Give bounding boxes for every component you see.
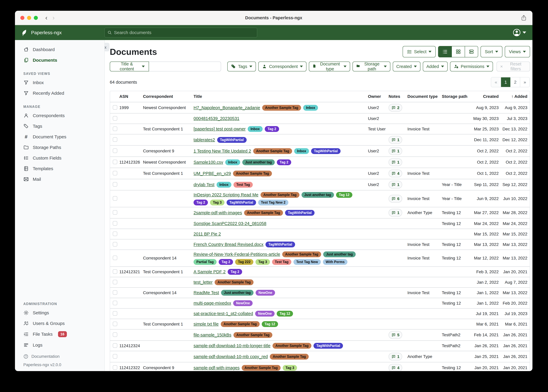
pagination-next-button[interactable]: »	[520, 77, 529, 87]
tag-pill[interactable]: Tag 12	[262, 321, 278, 327]
documentation-link[interactable]: Documentation	[23, 352, 100, 361]
tag-pill[interactable]: Just another tag	[323, 252, 356, 257]
tag-pill[interactable]: Another Sample Tag	[270, 354, 309, 360]
filter-button-permissions[interactable]: Permissions	[450, 62, 493, 71]
row-checkbox[interactable]	[113, 311, 117, 316]
tag-pill[interactable]: Inbox	[303, 105, 318, 111]
document-title-link[interactable]: Sonstige ScanPC2022 03-24_081058	[194, 221, 266, 226]
tag-pill[interactable]: Test Tag New 2	[258, 200, 288, 205]
tag-pill[interactable]: Test Tag	[233, 182, 253, 188]
row-checkbox[interactable]	[113, 322, 117, 326]
tag-pill[interactable]: Just another tag	[242, 159, 275, 165]
row-checkbox[interactable]	[113, 105, 117, 110]
tag-pill[interactable]: Test Tag New	[293, 259, 321, 265]
row-checkbox[interactable]	[113, 269, 117, 274]
browser-forward-icon[interactable]: ›	[52, 14, 55, 21]
notes-badge[interactable]: 1	[389, 158, 402, 166]
notes-badge[interactable]: 1	[389, 136, 402, 144]
row-checkbox[interactable]	[113, 137, 117, 142]
tag-pill[interactable]: NewOne	[255, 311, 274, 316]
grid-view-button[interactable]	[452, 46, 465, 57]
tag-pill[interactable]: Tag 3	[255, 259, 270, 265]
document-title-link[interactable]: multi-page-mixedxx	[194, 301, 231, 306]
sidebar-item-settings[interactable]: Settings	[15, 308, 104, 318]
tag-pill[interactable]: Inbox	[216, 182, 231, 188]
row-checkbox[interactable]	[113, 280, 117, 284]
document-title-link[interactable]: Review-of-New-York-Federal-Petitions-art…	[194, 252, 280, 257]
row-checkbox[interactable]	[113, 231, 117, 236]
notes-badge[interactable]: 1	[389, 147, 402, 155]
pagination-page-1[interactable]: 1	[501, 77, 510, 87]
views-button[interactable]: Views	[505, 46, 530, 57]
tag-pill[interactable]: Inbox	[294, 148, 309, 154]
column-header-asn[interactable]: ASN	[119, 94, 143, 99]
tag-pill[interactable]: With Perms	[323, 259, 347, 265]
sidebar-item-tags[interactable]: Tags	[15, 121, 104, 132]
document-title-link[interactable]: sat-practice-test-1_pt2-collated	[194, 311, 253, 316]
document-title-link[interactable]: tablerates2	[194, 137, 215, 142]
notes-badge[interactable]: 4	[389, 169, 402, 177]
tag-pill[interactable]: Just another tag	[221, 290, 253, 296]
filter-button-correspondent[interactable]: Correspondent	[258, 62, 306, 71]
row-checkbox[interactable]	[113, 242, 117, 246]
browser-back-icon[interactable]: ‹	[45, 14, 47, 21]
tag-pill[interactable]: Tag 3	[210, 200, 224, 205]
sidebar-item-inbox[interactable]: Inbox	[15, 77, 104, 88]
document-title-link[interactable]: sample-pdf-download-10-mb copy_red	[194, 354, 268, 359]
column-header-notes[interactable]: Notes	[389, 94, 407, 99]
tag-pill[interactable]: Another Sample Tag	[221, 321, 260, 327]
notes-badge[interactable]: 1	[389, 353, 402, 360]
notes-badge[interactable]: 5	[389, 331, 402, 339]
row-checkbox[interactable]	[113, 290, 117, 295]
tag-pill[interactable]: Just another tag	[302, 192, 334, 198]
column-header-title[interactable]: Title	[194, 94, 368, 99]
sidebar-item-logs[interactable]: Logs	[15, 340, 104, 350]
tag-pill[interactable]: Inbox	[225, 159, 240, 165]
tag-pill[interactable]: NewOne	[233, 300, 252, 306]
tag-pill[interactable]: Tag 3	[283, 365, 297, 371]
notes-badge[interactable]: 1	[389, 209, 402, 217]
tag-pill[interactable]: Test Tag	[272, 259, 291, 265]
row-checkbox[interactable]	[113, 182, 117, 187]
document-title-link[interactable]: A Sample PDF 2	[194, 269, 225, 274]
row-checkbox[interactable]	[113, 332, 117, 337]
document-title-link[interactable]: sample-pdf-with-images	[194, 365, 240, 370]
tag-pill[interactable]: Inbox	[248, 126, 262, 132]
filter-button-added[interactable]: Added	[423, 62, 448, 71]
sidebar-item-recently-added[interactable]: Recently Added	[15, 88, 104, 98]
row-checkbox[interactable]	[113, 148, 117, 153]
document-title-link[interactable]: 2sample-pdf-with-images	[194, 210, 242, 215]
column-header-created[interactable]: Created	[470, 94, 500, 99]
tag-pill[interactable]: Another Sample Tag	[253, 148, 292, 154]
column-header-correspondent[interactable]: Correspondent	[143, 94, 194, 99]
cards-view-button[interactable]	[465, 46, 478, 57]
close-window-button[interactable]	[20, 16, 24, 20]
sort-button[interactable]: Sort	[481, 46, 502, 57]
row-checkbox[interactable]	[113, 256, 117, 260]
list-view-button[interactable]	[438, 46, 452, 57]
tag-pill[interactable]: Tag 2	[228, 269, 242, 275]
tag-pill[interactable]: TagWithPartial	[313, 343, 343, 349]
tag-pill[interactable]: Another Sample Tag	[262, 105, 301, 111]
row-checkbox[interactable]	[113, 354, 117, 358]
tag-pill[interactable]: TagWithPartial	[266, 242, 295, 247]
sidebar-item-file-tasks[interactable]: File Tasks16	[15, 329, 104, 340]
column-header-owner[interactable]: Owner	[368, 94, 389, 99]
tag-pill[interactable]: TagWithPartial	[311, 148, 340, 154]
reset-filters-button[interactable]: × Reset filters	[497, 62, 530, 71]
sidebar-item-users-groups[interactable]: Users & Groups	[15, 318, 104, 329]
tag-pill[interactable]: Another Sample Tag	[244, 210, 283, 216]
sidebar-collapse-button[interactable]: «	[105, 43, 109, 51]
notes-badge[interactable]: 2	[389, 104, 402, 112]
document-title-link[interactable]: simple txt file	[194, 322, 219, 327]
sidebar-item-document-types[interactable]: #Document Types	[15, 132, 104, 142]
document-title-link[interactable]: 0004814539_20230531	[194, 116, 239, 121]
document-title-link[interactable]: French Country Bread Revised.docx	[194, 242, 263, 247]
sidebar-item-correspondents[interactable]: Correspondents	[15, 110, 104, 121]
title-content-dropdown[interactable]: Title & content	[110, 62, 149, 71]
document-title-link[interactable]: H7_Napoleon_Bonaparte_zadanie	[194, 105, 260, 110]
filter-button-created[interactable]: Created	[393, 62, 420, 71]
notes-badge[interactable]: 6	[389, 195, 402, 203]
document-title-link[interactable]: InDesign 2022 Scripting Read Me	[194, 192, 259, 197]
pagination-page-2[interactable]: 2	[510, 77, 520, 87]
